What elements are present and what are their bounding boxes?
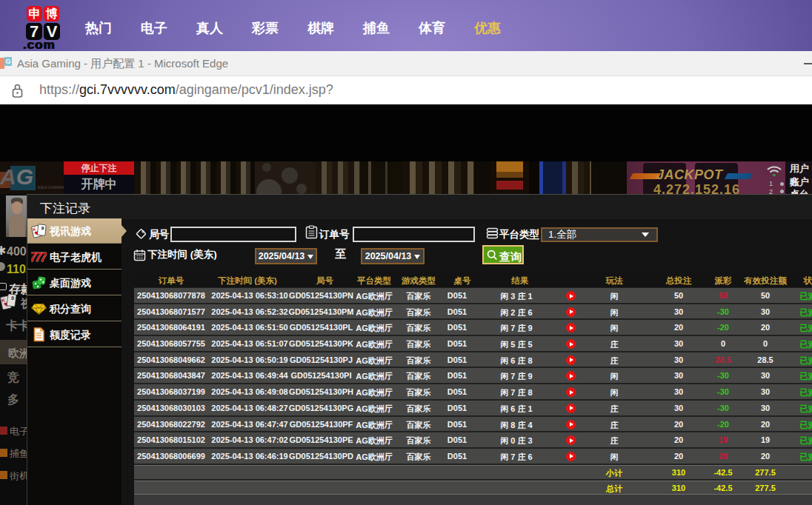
svg-text:7: 7: [41, 251, 47, 264]
